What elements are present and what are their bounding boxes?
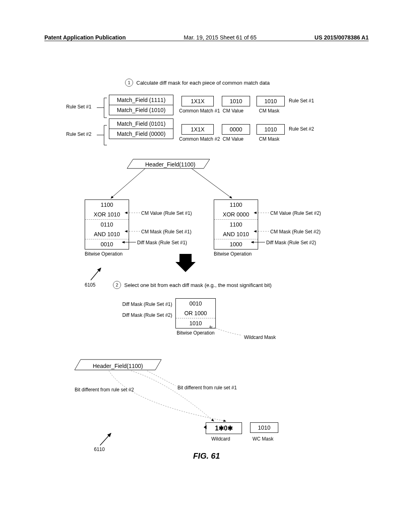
bitop3-res-label: Wildcard Mask xyxy=(244,335,276,340)
wildcard-mask: 1010 xyxy=(250,422,278,433)
match-field-rs2b: Match_Field (0000) xyxy=(109,129,173,139)
cm1-cm: 1X1X xyxy=(181,96,214,106)
svg-line-9 xyxy=(91,268,101,280)
header-center: Mar. 19, 2015 Sheet 61 of 65 xyxy=(184,34,257,41)
bitop3-l1: Diff Mask (Rule Set #1) xyxy=(112,301,172,307)
bit-diff-1: Bit different from rule set #1 xyxy=(177,385,237,391)
bitop3-r3: 1010 xyxy=(176,318,215,328)
cm1-mlabel: CM Mask xyxy=(259,108,280,114)
bitop1-a3: Diff Mask (Rule Set #1) xyxy=(137,240,187,245)
wildcard-mlabel: WC Mask xyxy=(252,436,273,442)
bitop2-a2: CM Mask (Rule Set #2) xyxy=(270,229,321,235)
bitop2-r3: 1100 xyxy=(214,220,258,229)
cm2-val: 0000 xyxy=(222,124,250,135)
svg-line-1 xyxy=(192,168,232,198)
cm1-label: Common Match #1 xyxy=(179,108,220,114)
bitop2-a3: Diff Mask (Rule Set #2) xyxy=(266,240,316,245)
bitop1-r5: 0010 xyxy=(85,239,129,249)
header-right: US 2015/0078386 A1 xyxy=(315,34,369,41)
header-field-1: Header_Field(1100) xyxy=(145,161,196,168)
bitop3-r1: 0010 xyxy=(176,299,215,308)
bitop1-r3: 0110 xyxy=(85,220,129,229)
bitop2-r2: XOR 0000 xyxy=(214,210,258,220)
bitop2-r4: AND 1010 xyxy=(214,229,258,239)
bitop1-a2: CM Mask (Rule Set #1) xyxy=(141,229,192,235)
bit-diff-2: Bit different from rule set #2 xyxy=(75,387,134,393)
svg-line-13 xyxy=(100,433,111,445)
ruleset2-label-left: Rule Set #2 xyxy=(66,131,92,137)
match-field-rs1b: Match_Field (1010) xyxy=(109,105,173,115)
cm1-right: Rule Set #1 xyxy=(289,98,314,104)
wildcard-vlabel: Wildcard xyxy=(211,436,230,442)
bitop1-caption: Bitwise Operation xyxy=(85,251,129,257)
bitop1-r4: AND 1010 xyxy=(85,229,129,239)
header-left: Patent Application Publication xyxy=(44,34,126,41)
bitop2-caption: Bitwise Operation xyxy=(214,251,258,257)
step1-text: Calculate diff mask for each piece of co… xyxy=(136,80,270,86)
svg-line-11 xyxy=(147,371,175,386)
cm2-label: Common Match #2 xyxy=(179,136,220,142)
bitop3-l2: Diff Mask (Rule Set #2) xyxy=(112,312,172,318)
match-field-rs1a: Match_Field (1111) xyxy=(109,95,173,105)
cm2-cm: 1X1X xyxy=(181,124,214,135)
bitop2-r1: 1100 xyxy=(214,200,258,210)
cm2-vlabel: CM Value xyxy=(223,136,244,142)
figure-caption: FIG. 61 xyxy=(0,451,413,461)
wildcard-val: 1✱0✱ xyxy=(206,422,242,434)
bitop3-caption: Bitwise Operation xyxy=(175,330,216,336)
bitop1-r1: 1100 xyxy=(85,200,129,210)
bitop3-r2: OR 1000 xyxy=(176,308,215,318)
step2-num: 2 xyxy=(113,281,121,289)
step1-num: 1 xyxy=(125,79,133,87)
match-field-rs2a: Match_Field (0101) xyxy=(109,119,173,129)
bitop2-a1: CM Value (Rule Set #2) xyxy=(270,210,321,216)
bitop1-a1: CM Value (Rule Set #1) xyxy=(141,210,192,216)
ref-6105: 6105 xyxy=(85,282,96,288)
cm2-right: Rule Set #2 xyxy=(289,126,314,132)
cm1-mask: 1010 xyxy=(257,96,285,106)
bitop1-r2: XOR 1010 xyxy=(85,210,129,220)
cm1-vlabel: CM Value xyxy=(223,108,244,114)
header-field-2: Header_Field(1100) xyxy=(93,363,143,369)
ruleset1-label-left: Rule Set #1 xyxy=(66,104,92,110)
cm1-val: 1010 xyxy=(222,96,250,106)
svg-marker-8 xyxy=(175,254,196,272)
cm2-mlabel: CM Mask xyxy=(259,136,280,142)
step2-text: Select one bit from each diff mask (e.g.… xyxy=(124,282,271,288)
bitop2-r5: 1000 xyxy=(214,239,258,249)
svg-line-0 xyxy=(111,168,145,198)
cm2-mask: 1010 xyxy=(257,124,285,135)
